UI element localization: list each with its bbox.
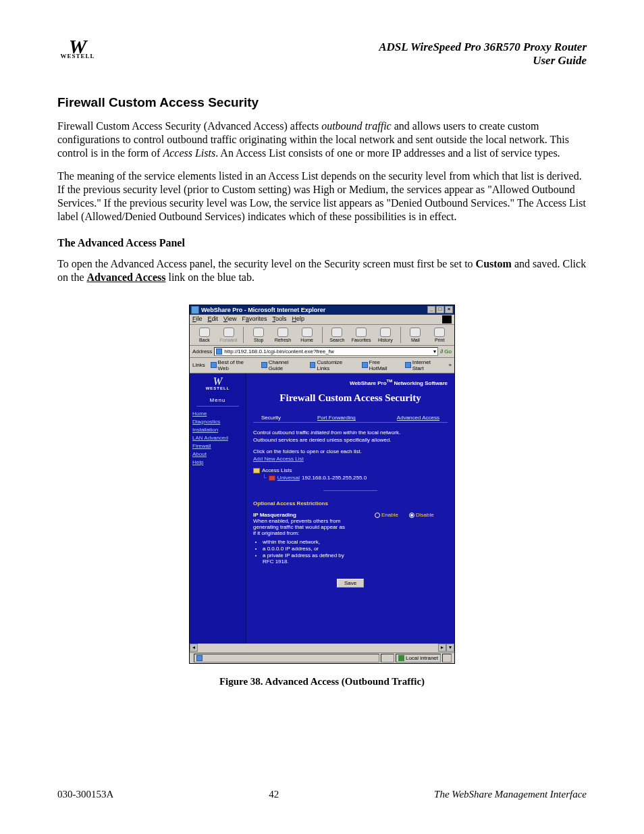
sidebar: W WESTELL Menu Home Diagnostics Installa… — [190, 373, 246, 644]
tree-root[interactable]: Access Lists — [253, 467, 448, 473]
status-message — [194, 654, 379, 662]
folder-icon — [269, 475, 275, 481]
more-links-icon[interactable]: » — [449, 362, 452, 368]
address-bar: Address http://192.168.0.1/cgi-bin/conte… — [190, 346, 454, 358]
save-button[interactable]: Save — [337, 579, 364, 588]
desc-line-1: Control outbound traffic initiated from … — [253, 429, 448, 436]
footer-title: The WebShare Management Interface — [434, 789, 587, 800]
window-titlebar: WebShare Pro - Microsoft Internet Explor… — [190, 305, 454, 315]
links-label: Links — [192, 362, 205, 368]
maximize-button[interactable]: □ — [436, 306, 444, 313]
toolbar: Back Forward Stop Refresh Home Search Fa… — [190, 325, 454, 346]
screenshot-figure: WebShare Pro - Microsoft Internet Explor… — [189, 305, 455, 687]
menu-bar[interactable]: File Edit View Favorites Tools Help — [190, 315, 454, 325]
desc-line-2: Outbound services are denied unless spec… — [253, 437, 448, 443]
access-list-tree: Access Lists └ Universal 192.168.0.1-255… — [253, 467, 448, 481]
sidebar-item-lan-advanced[interactable]: LAN Advanced — [192, 435, 243, 441]
sidebar-logo: W WESTELL — [192, 377, 243, 390]
menu-view: View — [223, 315, 236, 323]
mail-button[interactable]: Mail — [405, 328, 427, 342]
desc-line-3: Click on the folders to open or close ea… — [253, 448, 448, 454]
close-button[interactable]: × — [445, 306, 453, 313]
address-label: Address — [192, 348, 212, 355]
optional-restrictions-heading: Optional Access Restrictions — [253, 500, 448, 506]
page-icon — [216, 348, 222, 355]
section-heading: Firewall Custom Access Security — [57, 95, 587, 110]
refresh-button[interactable]: Refresh — [272, 328, 294, 342]
ipm-radio-group: Enable Disable — [375, 512, 434, 565]
menu-edit: Edit — [208, 315, 219, 323]
status-cell — [381, 654, 394, 662]
quicklink-3[interactable]: Free HotMail — [362, 359, 400, 371]
forward-button[interactable]: Forward — [218, 328, 240, 342]
status-bar: Local intranet — [190, 652, 454, 663]
page-header: W WESTELL ADSL WireSpeed Pro 36R570 Prox… — [57, 41, 587, 68]
sidebar-menu-label: Menu — [192, 397, 243, 403]
page-content: ▴ W WESTELL Menu Home Diagnostics Instal… — [190, 373, 454, 644]
software-title: WebShare ProTM Networking Software — [253, 379, 448, 386]
horizontal-scrollbar[interactable]: ◂ ▸ ▾ — [190, 644, 454, 652]
resize-grip[interactable] — [442, 654, 452, 662]
ms-logo-icon — [442, 315, 452, 323]
panel-heading: Firewall Custom Access Security — [253, 392, 448, 404]
tab-security[interactable]: Security — [253, 413, 289, 422]
browser-window: WebShare Pro - Microsoft Internet Explor… — [189, 305, 455, 664]
quicklink-4[interactable]: Internet Start — [405, 359, 444, 371]
doc-number: 030-300153A — [57, 789, 113, 800]
page-footer: 030-300153A 42 The WebShare Management I… — [57, 775, 587, 800]
history-button[interactable]: History — [375, 328, 396, 342]
intro-paragraph-2: The meaning of the service elements list… — [57, 170, 587, 224]
ip-masquerading-block: IP Masquerading When enabled, prevents o… — [253, 512, 348, 565]
quicklink-1[interactable]: Channel Guide — [261, 359, 304, 371]
menu-favorites: Favorites — [242, 315, 267, 323]
subsection-heading: The Advanced Access Panel — [57, 237, 587, 249]
ipm-bullet-0: within the local network, — [263, 539, 348, 545]
sidebar-item-firewall[interactable]: Firewall — [192, 443, 243, 449]
print-button[interactable]: Print — [429, 328, 450, 342]
main-panel: WebShare ProTM Networking Software Firew… — [246, 373, 454, 644]
ie-icon — [191, 306, 199, 314]
tab-advanced-access[interactable]: Advanced Access — [389, 413, 448, 422]
menu-file: File — [192, 315, 203, 323]
radio-disable[interactable]: Disable — [409, 512, 434, 565]
stop-button[interactable]: Stop — [248, 328, 269, 342]
add-access-list-link[interactable]: Add New Access List — [253, 456, 304, 462]
sidebar-item-installation[interactable]: Installation — [192, 427, 243, 433]
security-zone: Local intranet — [396, 654, 441, 662]
scroll-down-button[interactable]: ▾ — [446, 644, 454, 652]
favorites-button[interactable]: Favorites — [350, 328, 372, 342]
ipm-bullet-1: a 0.0.0.0 IP address, or — [263, 546, 348, 552]
minimize-button[interactable]: _ — [427, 306, 435, 313]
quicklink-2[interactable]: Customize Links — [310, 359, 356, 371]
page-number: 42 — [269, 789, 279, 800]
folder-icon — [253, 468, 260, 473]
ipm-bullet-2: a private IP address as defined by RFC 1… — [263, 552, 348, 565]
figure-caption: Figure 38. Advanced Access (Outbound Tra… — [189, 676, 455, 687]
product-title: ADSL WireSpeed Pro 36R570 Proxy Router U… — [379, 41, 587, 68]
window-title: WebShare Pro - Microsoft Internet Explor… — [201, 307, 325, 313]
westell-logo: W WESTELL — [57, 41, 98, 59]
radio-enable[interactable]: Enable — [375, 512, 398, 565]
search-button[interactable]: Search — [326, 328, 348, 342]
menu-tools: Tools — [272, 315, 286, 323]
tab-bar: Security Port Forwarding Advanced Access — [253, 413, 448, 423]
menu-help: Help — [292, 315, 304, 323]
intro-paragraph-1: Firewall Custom Access Security (Advance… — [57, 120, 587, 160]
tree-item-universal[interactable]: └ Universal 192.168.0.1-255.255.255.0 — [253, 475, 448, 481]
sidebar-item-diagnostics[interactable]: Diagnostics — [192, 419, 243, 425]
tab-port-forwarding[interactable]: Port Forwarding — [309, 413, 364, 422]
go-button[interactable]: ∂ Go — [440, 348, 452, 355]
sidebar-item-help[interactable]: Help — [192, 459, 243, 465]
back-button[interactable]: Back — [194, 328, 215, 342]
home-button[interactable]: Home — [296, 328, 318, 342]
scroll-right-button[interactable]: ▸ — [438, 644, 446, 652]
sidebar-item-home[interactable]: Home — [192, 411, 243, 417]
sidebar-item-about[interactable]: About — [192, 451, 243, 457]
address-input[interactable]: http://192.168.0.1/cgi-bin/content.exe?f… — [214, 347, 438, 356]
divider — [323, 490, 377, 491]
quicklink-0[interactable]: Best of the Web — [211, 359, 256, 371]
scroll-left-button[interactable]: ◂ — [190, 644, 198, 652]
links-bar: Links Best of the Web Channel Guide Cust… — [190, 358, 454, 373]
intro-paragraph-3: To open the Advanced Access panel, the s… — [57, 257, 587, 284]
